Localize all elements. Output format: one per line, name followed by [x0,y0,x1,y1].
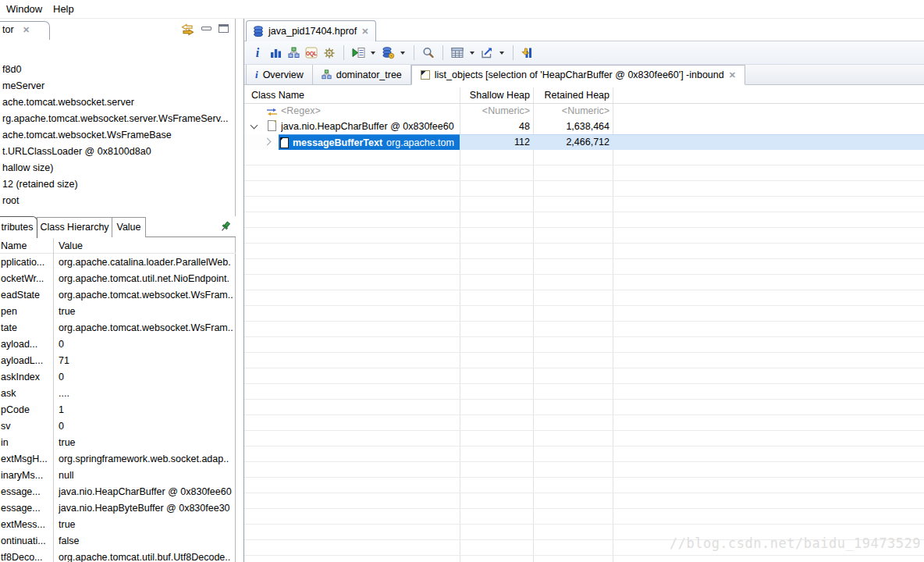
table-row[interactable]: ocketWr...org.apache.tomcat.util.net.Nio… [0,271,236,287]
table-row[interactable]: tf8Deco...org.apache.tomcat.util.buf.Utf… [0,550,236,562]
dropdown-arrow-icon[interactable] [371,52,375,55]
retained-heap-filter-input[interactable]: <Numeric> [536,104,609,119]
toolbar-separator [414,45,414,60]
column-header-retained-heap[interactable]: Retained Heap [536,87,609,104]
table-row[interactable]: eadStateorg.apache.tomcat.websocket.WsFr… [0,287,236,304]
csdn-watermark: //blog.csdn.net/baidu_19473529 [670,535,921,551]
table-row[interactable]: sv0 [0,418,236,435]
column-header-value[interactable]: Value [59,238,83,254]
tab-class-hierarchy[interactable]: Class Hierarchy [37,217,112,237]
toolbar-separator [343,45,344,60]
tab-attributes[interactable]: tributes [0,216,37,238]
close-icon[interactable]: ✕ [361,27,368,37]
oql-icon[interactable]: OQL [304,46,318,60]
tab-overview[interactable]: i Overview [246,65,313,84]
table-row[interactable]: pCode1 [0,402,236,418]
page-icon [268,120,276,131]
list-item[interactable]: t.URLClassLoader @ 0x8100d8a0 [2,144,234,160]
result-table: Class Name Shallow Heap Retained Heap <R… [244,87,924,562]
table-header-row: Class Name Shallow Heap Retained Heap [244,87,924,104]
list-item[interactable]: hallow size) [2,160,234,176]
gear-icon[interactable] [322,46,336,60]
toolbar-separator [442,45,443,60]
view-tab-bar: i Overview dominator_tree list_o [244,65,924,85]
list-objects-icon [421,70,430,80]
filter-row: <Regex> <Numeric> <Numeric> [244,104,924,119]
list-item[interactable]: ache.tomcat.websocket.server [2,94,234,111]
editor-tab-bar: java_pid17404.hprof ✕ [244,20,924,41]
dropdown-arrow-icon[interactable] [470,52,474,55]
tab-list-objects[interactable]: list_objects [selection of 'HeapCharBuff… [411,65,745,85]
run-expert-test-icon[interactable] [351,46,365,60]
tab-value[interactable]: Value [112,217,146,237]
filter-icon [267,108,277,116]
list-item[interactable]: root [2,193,234,209]
histogram-icon[interactable] [268,46,283,60]
list-item[interactable]: meServer [2,78,234,94]
tab-heap-dump[interactable]: java_pid17404.hprof ✕ [246,20,376,41]
svg-text:OQL: OQL [306,51,317,57]
row-indent [244,134,279,150]
selected-cell: messageBufferText org.apache.tom [279,134,460,150]
dominator-tree-icon [322,69,332,80]
inspector-tab-bar: tributes Class Hierarchy Value [0,216,236,237]
search-icon[interactable] [421,46,435,60]
list-item[interactable]: ache.tomcat.websocket.WsFrameBase [2,127,234,144]
attributes-table-header: Name Value [0,238,236,254]
list-item[interactable]: 12 (retained size) [2,176,234,193]
table-row[interactable]: askIndex0 [0,369,236,386]
database-icon [253,26,264,37]
column-header-class-name[interactable]: Class Name [251,87,304,104]
list-item[interactable]: f8d0 [2,62,234,78]
table-row[interactable]: ayload...0 [0,336,236,353]
dropdown-arrow-icon[interactable] [400,52,405,55]
table-row[interactable]: ayloadL...71 [0,353,236,369]
tab-dominator-tree[interactable]: dominator_tree [313,65,411,84]
column-header-name[interactable]: Name [1,238,27,254]
menu-bar: Window Help [0,0,924,19]
menu-window[interactable]: Window [6,0,42,18]
regex-filter-input[interactable]: <Regex> [281,104,321,119]
export-icon[interactable] [480,46,494,60]
menu-help[interactable]: Help [53,0,74,18]
calculator-icon[interactable] [450,46,464,60]
editor-toolbar: i OQL [244,41,924,65]
tree-row-messagebuffertext-selected[interactable]: messageBufferText org.apache.tom 112 2,4… [244,134,924,150]
minimize-icon[interactable] [201,27,211,30]
chevron-down-icon[interactable] [251,122,258,130]
inspector-tab-label: tor [2,24,14,35]
sync-arrows-icon[interactable] [179,23,196,36]
empty-grid-rows [244,150,924,562]
table-row[interactable]: extMsgH...org.springframework.web.socket… [0,451,236,468]
compare-icon[interactable] [521,46,535,60]
list-item[interactable]: rg.apache.tomcat.websocket.server.WsFram… [2,111,234,127]
editor-panel: java_pid17404.hprof ✕ i OQL [243,19,924,562]
shallow-heap-filter-input[interactable]: <Numeric> [463,104,530,119]
info-icon[interactable]: i [251,46,265,60]
maximize-icon[interactable] [219,24,229,33]
page-icon [280,137,289,148]
editor-tab-title: java_pid17404.hprof [268,26,357,37]
table-row[interactable]: pplicatio...org.apache.catalina.loader.P… [0,254,236,271]
tab-inspector[interactable]: tor ✕ [0,21,50,40]
table-row[interactable]: ask.... [0,386,236,402]
close-icon[interactable]: ✕ [23,25,30,35]
tree-row-heapcharbuffer[interactable]: java.nio.HeapCharBuffer @ 0x830fee60 48 … [244,119,924,134]
table-row[interactable]: pentrue [0,304,236,320]
table-row[interactable]: essage...java.nio.HeapCharBuffer @ 0x830… [0,484,236,500]
table-row[interactable]: essage...java.nio.HeapByteBuffer @ 0x830… [0,500,236,517]
table-row[interactable]: tateorg.apache.tomcat.websocket.WsFram.. [0,320,236,336]
table-row[interactable]: ontinuati...false [0,533,236,550]
heap-dump-actions-icon[interactable] [381,46,395,60]
pin-icon[interactable] [220,221,231,233]
table-row[interactable]: extMess...true [0,517,236,533]
toolbar-separator [513,45,514,60]
info-icon: i [255,69,258,80]
dominator-tree-icon[interactable] [286,46,300,60]
close-icon[interactable]: ✕ [729,70,736,80]
dropdown-arrow-icon[interactable] [499,52,504,55]
table-row[interactable]: intrue [0,435,236,451]
column-header-shallow-heap[interactable]: Shallow Heap [463,87,530,104]
attributes-table: pplicatio...org.apache.catalina.loader.P… [0,254,236,562]
table-row[interactable]: inaryMs...null [0,468,236,484]
